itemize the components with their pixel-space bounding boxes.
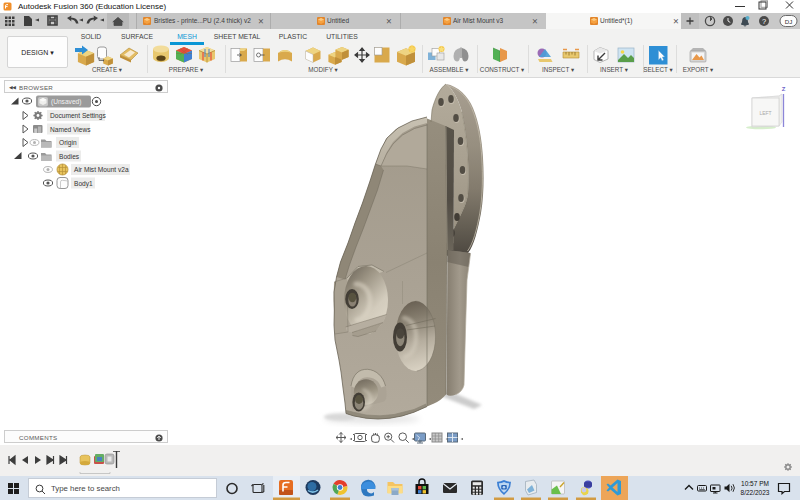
- svg-text:Air Mist Mount v2a: Air Mist Mount v2a: [74, 166, 129, 173]
- svg-text:Named Views: Named Views: [50, 126, 91, 133]
- svg-text:Origin: Origin: [59, 139, 77, 147]
- svg-text:LEFT: LEFT: [759, 110, 771, 116]
- svg-text:Z: Z: [782, 86, 786, 92]
- svg-text:Document Settings: Document Settings: [50, 112, 106, 120]
- svg-text:Bodies: Bodies: [59, 153, 80, 160]
- svg-text:Body1: Body1: [74, 180, 93, 188]
- svg-text:(Unsaved): (Unsaved): [51, 98, 81, 106]
